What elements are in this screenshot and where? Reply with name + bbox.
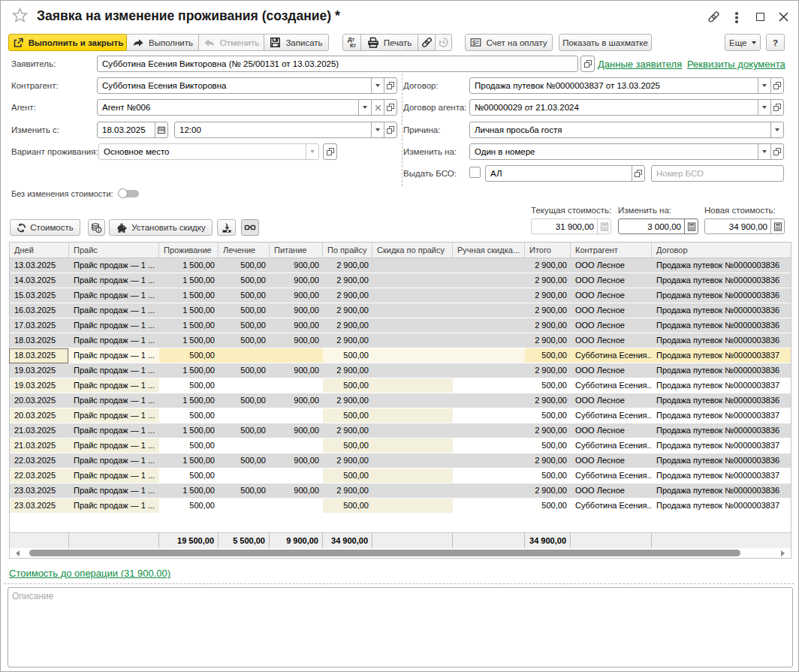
svg-text:$: $ (472, 39, 476, 47)
